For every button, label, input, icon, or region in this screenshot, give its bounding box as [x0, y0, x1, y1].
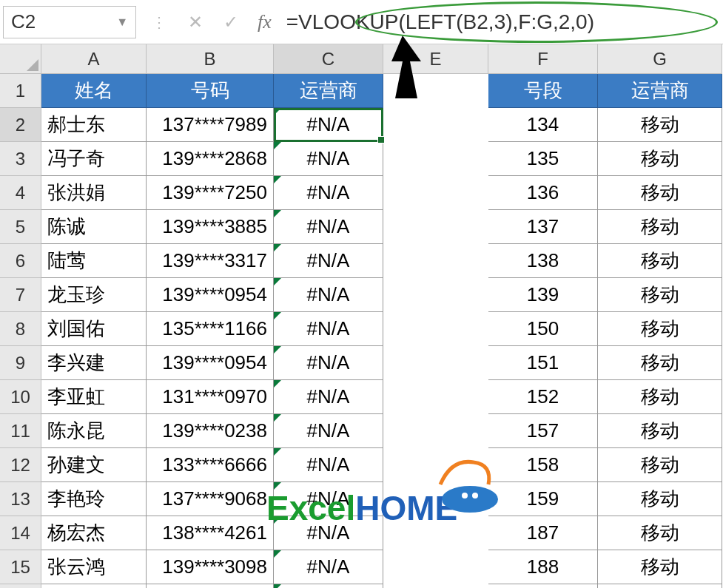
- cell-carrier2[interactable]: 移动: [598, 414, 722, 448]
- cell-prefix[interactable]: 138: [488, 244, 598, 278]
- cell-empty[interactable]: [383, 278, 488, 312]
- cell-name[interactable]: 冯子奇: [41, 142, 147, 176]
- cell-name[interactable]: 刘国佑: [41, 312, 147, 346]
- cell-carrier[interactable]: #N/A: [274, 312, 383, 346]
- cell-empty[interactable]: [383, 584, 488, 588]
- cell-number[interactable]: 139****3885: [147, 210, 274, 244]
- cell-empty[interactable]: [383, 176, 488, 210]
- cell-carrier2[interactable]: 移动: [598, 176, 722, 210]
- select-all-corner[interactable]: [0, 44, 41, 74]
- row-header[interactable]: 4: [0, 176, 41, 210]
- cell-carrier[interactable]: #N/A: [274, 346, 383, 380]
- cell-carrier2[interactable]: 移动: [598, 482, 722, 516]
- cell-number[interactable]: 137****7989: [147, 108, 274, 142]
- cell-prefix[interactable]: 152: [488, 380, 598, 414]
- cell-number[interactable]: 137****9068: [147, 482, 274, 516]
- cell-number[interactable]: 139****0954: [147, 278, 274, 312]
- enter-icon[interactable]: ✓: [213, 6, 249, 38]
- cell-empty[interactable]: [383, 414, 488, 448]
- cell-carrier[interactable]: #N/A: [274, 448, 383, 482]
- cell-name[interactable]: 孙建文: [41, 448, 147, 482]
- col-header-E[interactable]: E: [383, 44, 488, 74]
- cell-prefix[interactable]: 187: [488, 516, 598, 550]
- cell-name[interactable]: 陈永昆: [41, 414, 147, 448]
- name-box[interactable]: C2 ▼: [3, 6, 136, 38]
- cell-number[interactable]: 139****2868: [147, 142, 274, 176]
- row-header[interactable]: 15: [0, 550, 41, 584]
- cell-prefix[interactable]: 136: [488, 176, 598, 210]
- cell-carrier[interactable]: #N/A: [274, 278, 383, 312]
- cell-carrier2[interactable]: 移动: [598, 278, 722, 312]
- cell-number[interactable]: 139****7250: [147, 176, 274, 210]
- cell-number[interactable]: 139****0954: [147, 346, 274, 380]
- cell-name[interactable]: 陆莺: [41, 244, 147, 278]
- cell-carrier[interactable]: #N/A: [274, 550, 383, 584]
- cell-number[interactable]: 135****1166: [147, 312, 274, 346]
- cell-carrier2[interactable]: 移动: [598, 550, 722, 584]
- cell-name[interactable]: 张明: [41, 584, 147, 588]
- cell-empty[interactable]: [383, 380, 488, 414]
- cell-prefix[interactable]: 135: [488, 142, 598, 176]
- cell-number[interactable]: 138****0885: [147, 584, 274, 588]
- row-header[interactable]: 10: [0, 380, 41, 414]
- cell-name[interactable]: 李艳玲: [41, 482, 147, 516]
- row-header[interactable]: 2: [0, 108, 41, 142]
- cell-carrier2[interactable]: 移动: [598, 380, 722, 414]
- cell-name[interactable]: 龙玉珍: [41, 278, 147, 312]
- cell-prefix[interactable]: 147: [488, 584, 598, 588]
- cell-number[interactable]: 133****6666: [147, 448, 274, 482]
- cell-carrier[interactable]: #N/A: [274, 380, 383, 414]
- cell-empty[interactable]: [383, 346, 488, 380]
- col-header-F[interactable]: F: [488, 44, 598, 74]
- cell-number[interactable]: 139****0238: [147, 414, 274, 448]
- formula-input[interactable]: =VLOOKUP(LEFT(B2,3),F:G,2,0): [280, 10, 723, 34]
- cell-prefix[interactable]: 137: [488, 210, 598, 244]
- cancel-icon[interactable]: ✕: [178, 6, 213, 38]
- cell-prefix[interactable]: 188: [488, 550, 598, 584]
- cell-empty[interactable]: [383, 244, 488, 278]
- cell-prefix[interactable]: 159: [488, 482, 598, 516]
- cell-carrier[interactable]: #N/A: [274, 142, 383, 176]
- cell-carrier[interactable]: #N/A: [274, 584, 383, 588]
- cell-carrier2[interactable]: 移动: [598, 142, 722, 176]
- header-carrier[interactable]: 运营商: [274, 74, 383, 108]
- row-header[interactable]: 5: [0, 210, 41, 244]
- row-header[interactable]: 14: [0, 516, 41, 550]
- cell-prefix[interactable]: 157: [488, 414, 598, 448]
- col-header-G[interactable]: G: [598, 44, 722, 74]
- cell-name[interactable]: 李亚虹: [41, 380, 147, 414]
- cell-name[interactable]: 李兴建: [41, 346, 147, 380]
- cell-carrier2[interactable]: 移动: [598, 108, 722, 142]
- row-header[interactable]: 3: [0, 142, 41, 176]
- cell-carrier2[interactable]: 移动: [598, 448, 722, 482]
- fx-icon[interactable]: fx: [249, 11, 280, 33]
- header-number[interactable]: 号码: [147, 74, 274, 108]
- cell-prefix[interactable]: 150: [488, 312, 598, 346]
- cell-carrier[interactable]: #N/A: [274, 176, 383, 210]
- cell-number[interactable]: 139****3317: [147, 244, 274, 278]
- spreadsheet-grid[interactable]: A B C E F G 1 姓名 号码 运营商 号段 运营商 2郝士东137**…: [0, 44, 723, 588]
- cell-empty[interactable]: [383, 312, 488, 346]
- cell-carrier[interactable]: #N/A: [274, 108, 383, 142]
- cell-empty[interactable]: [383, 142, 488, 176]
- header-name[interactable]: 姓名: [41, 74, 147, 108]
- row-header[interactable]: 11: [0, 414, 41, 448]
- cell-carrier[interactable]: #N/A: [274, 414, 383, 448]
- cell-empty[interactable]: [383, 516, 488, 550]
- col-header-A[interactable]: A: [41, 44, 147, 74]
- cell-number[interactable]: 138****4261: [147, 516, 274, 550]
- row-header[interactable]: 12: [0, 448, 41, 482]
- cell-carrier2[interactable]: 移动: [598, 244, 722, 278]
- cell-name[interactable]: 张洪娟: [41, 176, 147, 210]
- cell-prefix[interactable]: 158: [488, 448, 598, 482]
- cell-prefix[interactable]: 134: [488, 108, 598, 142]
- cell-carrier2[interactable]: 移动: [598, 584, 722, 588]
- cell-prefix[interactable]: 139: [488, 278, 598, 312]
- cell-empty[interactable]: [383, 448, 488, 482]
- cell-number[interactable]: 139****3098: [147, 550, 274, 584]
- name-box-dropdown-icon[interactable]: ▼: [116, 16, 128, 29]
- row-header[interactable]: 16: [0, 584, 41, 588]
- cell-name[interactable]: 陈诚: [41, 210, 147, 244]
- cell-carrier2[interactable]: 移动: [598, 312, 722, 346]
- header-prefix[interactable]: 号段: [488, 74, 598, 108]
